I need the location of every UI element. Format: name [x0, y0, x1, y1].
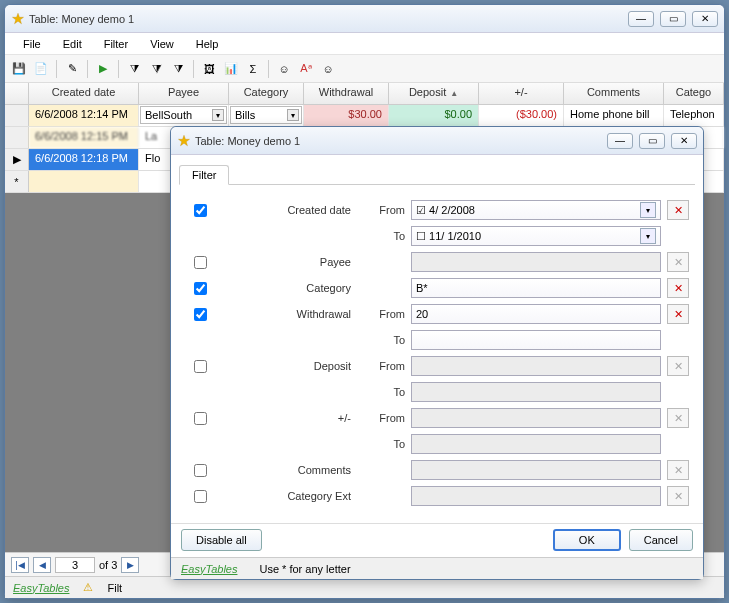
nav-first-button[interactable]: |◀ [11, 557, 29, 573]
chk-pm[interactable] [194, 412, 207, 425]
filter-icon[interactable]: ⧩ [124, 59, 144, 79]
clear-payee-button[interactable]: ✕ [667, 252, 689, 272]
sigma-icon[interactable]: Σ [243, 59, 263, 79]
filter-clear-icon[interactable]: ⧩̸ [146, 59, 166, 79]
col-deposit[interactable]: Deposit▲ [389, 83, 479, 104]
close-button[interactable]: ✕ [692, 11, 718, 27]
clear-created-button[interactable]: ✕ [667, 200, 689, 220]
deposit-to-input[interactable] [411, 382, 661, 402]
nav-of-label: of 3 [99, 559, 117, 571]
main-title: Table: Money demo 1 [29, 13, 628, 25]
clear-comments-button[interactable]: ✕ [667, 460, 689, 480]
pm-from-input[interactable] [411, 408, 661, 428]
col-comments[interactable]: Comments [564, 83, 664, 104]
lbl-pm: +/- [221, 412, 361, 424]
filter-statusbar: EasyTables Use * for any letter [171, 557, 703, 579]
smile-icon[interactable]: ☺ [274, 59, 294, 79]
maximize-button[interactable]: ▭ [660, 11, 686, 27]
lbl-category: Category [221, 282, 361, 294]
lbl-deposit: Deposit [221, 360, 361, 372]
withdrawal-from-input[interactable]: 20 [411, 304, 661, 324]
chk-comments[interactable] [194, 464, 207, 477]
clear-pm-button[interactable]: ✕ [667, 408, 689, 428]
menu-view[interactable]: View [140, 36, 184, 52]
grid-header: Created date Payee Category Withdrawal D… [5, 83, 724, 105]
play-icon[interactable]: ▶ [93, 59, 113, 79]
filter-titlebar[interactable]: Table: Money demo 1 — ▭ ✕ [171, 127, 703, 155]
calendar-dropdown-icon[interactable]: ▾ [640, 202, 656, 218]
chk-category[interactable] [194, 282, 207, 295]
menu-filter[interactable]: Filter [94, 36, 138, 52]
chk-payee[interactable] [194, 256, 207, 269]
cancel-button[interactable]: Cancel [629, 529, 693, 551]
col-withdrawal[interactable]: Withdrawal [304, 83, 389, 104]
filter-maximize-button[interactable]: ▭ [639, 133, 665, 149]
col-category-ext[interactable]: Catego [664, 83, 724, 104]
page-icon[interactable]: 📄 [31, 59, 51, 79]
withdrawal-to-input[interactable] [411, 330, 661, 350]
row-selector-current[interactable]: ▶ [5, 149, 29, 170]
chevron-down-icon[interactable]: ▾ [212, 109, 224, 121]
font-icon[interactable]: Aᵃ [296, 59, 316, 79]
pm-to-input[interactable] [411, 434, 661, 454]
brand-link[interactable]: EasyTables [181, 563, 237, 575]
disable-all-button[interactable]: Disable all [181, 529, 262, 551]
col-category[interactable]: Category [229, 83, 304, 104]
comments-input[interactable] [411, 460, 661, 480]
filter-status-icon: ⚠ [83, 581, 93, 594]
chk-category-ext[interactable] [194, 490, 207, 503]
chart-icon[interactable]: 📊 [221, 59, 241, 79]
col-created-date[interactable]: Created date [29, 83, 139, 104]
chk-withdrawal[interactable] [194, 308, 207, 321]
nav-position-input[interactable] [55, 557, 95, 573]
clear-withdrawal-button[interactable]: ✕ [667, 304, 689, 324]
filter-tabstrip: Filter [179, 161, 695, 185]
col-payee[interactable]: Payee [139, 83, 229, 104]
category-ext-input[interactable] [411, 486, 661, 506]
nav-prev-button[interactable]: ◀ [33, 557, 51, 573]
clear-deposit-button[interactable]: ✕ [667, 356, 689, 376]
edit-icon[interactable]: ✎ [62, 59, 82, 79]
clear-category-button[interactable]: ✕ [667, 278, 689, 298]
filter-close-button[interactable]: ✕ [671, 133, 697, 149]
minimize-button[interactable]: — [628, 11, 654, 27]
menu-bar: File Edit Filter View Help [5, 33, 724, 55]
brand-link[interactable]: EasyTables [13, 582, 69, 594]
smile2-icon[interactable]: ☺ [318, 59, 338, 79]
tab-filter[interactable]: Filter [179, 165, 229, 185]
ok-button[interactable]: OK [553, 529, 621, 551]
chevron-down-icon[interactable]: ▾ [287, 109, 299, 121]
deposit-from-input[interactable] [411, 356, 661, 376]
filter-minimize-button[interactable]: — [607, 133, 633, 149]
filter-title: Table: Money demo 1 [195, 135, 607, 147]
lbl-created-date: Created date [221, 204, 361, 216]
row-selector-header [5, 83, 29, 104]
category-input[interactable]: B* [411, 278, 661, 298]
menu-help[interactable]: Help [186, 36, 229, 52]
chk-created-date[interactable] [194, 204, 207, 217]
created-from-date[interactable]: ☑ 4/ 2/2008▾ [411, 200, 661, 220]
row-selector[interactable] [5, 127, 29, 148]
nav-next-button[interactable]: ▶ [121, 557, 139, 573]
menu-file[interactable]: File [13, 36, 51, 52]
toolbar: 💾 📄 ✎ ▶ ⧩ ⧩̸ ⧩ 🖼 📊 Σ ☺ Aᵃ ☺ [5, 55, 724, 83]
calendar-dropdown-icon[interactable]: ▾ [640, 228, 656, 244]
col-pm[interactable]: +/- [479, 83, 564, 104]
payee-input[interactable] [411, 252, 661, 272]
app-star-icon [177, 134, 191, 148]
filter-edit-icon[interactable]: ⧩ [168, 59, 188, 79]
chk-deposit[interactable] [194, 360, 207, 373]
clear-category-ext-button[interactable]: ✕ [667, 486, 689, 506]
main-titlebar[interactable]: Table: Money demo 1 — ▭ ✕ [5, 5, 724, 33]
table-row[interactable]: 6/6/2008 12:14 PM BellSouth▾ Bills▾ $30.… [5, 105, 724, 127]
save-icon[interactable]: 💾 [9, 59, 29, 79]
lbl-category-ext: Category Ext [221, 490, 361, 502]
filter-hint: Use * for any letter [259, 563, 350, 575]
payee-combo: BellSouth▾ [140, 106, 227, 124]
created-to-date[interactable]: ☐ 11/ 1/2010▾ [411, 226, 661, 246]
filter-footer: Disable all OK Cancel [171, 523, 703, 555]
new-row-star-icon[interactable]: * [5, 171, 29, 192]
row-selector[interactable] [5, 105, 29, 126]
pic-icon[interactable]: 🖼 [199, 59, 219, 79]
menu-edit[interactable]: Edit [53, 36, 92, 52]
